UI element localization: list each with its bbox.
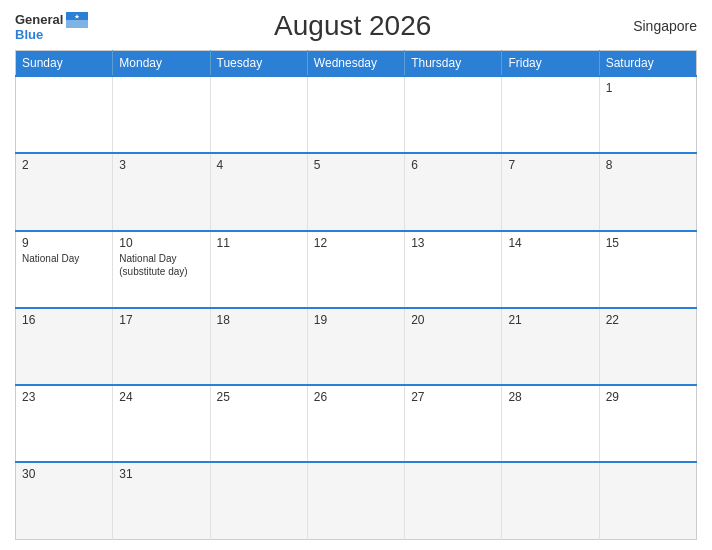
col-friday: Friday [502, 51, 599, 77]
calendar-cell: 25 [210, 385, 307, 462]
day-number: 26 [314, 390, 398, 404]
day-number: 20 [411, 313, 495, 327]
calendar-cell [307, 76, 404, 153]
calendar-cell: 4 [210, 153, 307, 230]
calendar-cell: 30 [16, 462, 113, 539]
calendar-cell: 28 [502, 385, 599, 462]
calendar-cell: 16 [16, 308, 113, 385]
calendar-week-row: 23242526272829 [16, 385, 697, 462]
day-number: 16 [22, 313, 106, 327]
page-header: General Blue August 2026 Singapore [15, 10, 697, 42]
day-number: 21 [508, 313, 592, 327]
calendar-week-row: 9National Day10National Day(substitute d… [16, 231, 697, 308]
day-number: 4 [217, 158, 301, 172]
calendar-cell: 8 [599, 153, 696, 230]
calendar-cell [210, 76, 307, 153]
calendar-cell: 9National Day [16, 231, 113, 308]
day-number: 7 [508, 158, 592, 172]
calendar-cell: 29 [599, 385, 696, 462]
calendar-cell [16, 76, 113, 153]
day-number: 24 [119, 390, 203, 404]
col-sunday: Sunday [16, 51, 113, 77]
calendar-cell: 14 [502, 231, 599, 308]
calendar-page: General Blue August 2026 Singapore Sunda… [0, 0, 712, 550]
calendar-cell: 20 [405, 308, 502, 385]
day-number: 12 [314, 236, 398, 250]
day-number: 9 [22, 236, 106, 250]
calendar-header-row: Sunday Monday Tuesday Wednesday Thursday… [16, 51, 697, 77]
calendar-cell [405, 462, 502, 539]
calendar-cell [405, 76, 502, 153]
calendar-cell [210, 462, 307, 539]
col-monday: Monday [113, 51, 210, 77]
day-number: 18 [217, 313, 301, 327]
calendar-cell: 18 [210, 308, 307, 385]
col-tuesday: Tuesday [210, 51, 307, 77]
calendar-cell [502, 462, 599, 539]
svg-rect-1 [66, 20, 88, 28]
day-number: 10 [119, 236, 203, 250]
calendar-cell: 26 [307, 385, 404, 462]
day-number: 22 [606, 313, 690, 327]
day-number: 13 [411, 236, 495, 250]
day-number: 2 [22, 158, 106, 172]
day-number: 17 [119, 313, 203, 327]
calendar-week-row: 16171819202122 [16, 308, 697, 385]
logo-general: General [15, 13, 63, 26]
day-number: 6 [411, 158, 495, 172]
logo: General Blue [15, 12, 88, 41]
calendar-cell: 12 [307, 231, 404, 308]
day-number: 30 [22, 467, 106, 481]
day-number: 5 [314, 158, 398, 172]
day-number: 1 [606, 81, 690, 95]
day-number: 19 [314, 313, 398, 327]
calendar-cell: 1 [599, 76, 696, 153]
calendar-week-row: 3031 [16, 462, 697, 539]
calendar-cell: 19 [307, 308, 404, 385]
day-number: 23 [22, 390, 106, 404]
calendar-cell: 11 [210, 231, 307, 308]
logo-blue: Blue [15, 28, 43, 41]
calendar-cell: 2 [16, 153, 113, 230]
col-wednesday: Wednesday [307, 51, 404, 77]
calendar-cell: 6 [405, 153, 502, 230]
day-number: 15 [606, 236, 690, 250]
day-number: 11 [217, 236, 301, 250]
calendar-cell: 13 [405, 231, 502, 308]
day-number: 25 [217, 390, 301, 404]
calendar-cell: 21 [502, 308, 599, 385]
calendar-event: National Day [22, 252, 106, 265]
country-label: Singapore [617, 18, 697, 34]
calendar-event: National Day [119, 252, 203, 265]
calendar-cell [502, 76, 599, 153]
col-thursday: Thursday [405, 51, 502, 77]
calendar-week-row: 1 [16, 76, 697, 153]
calendar-cell: 27 [405, 385, 502, 462]
logo-flag-icon [66, 12, 88, 28]
calendar-event: (substitute day) [119, 265, 203, 278]
day-number: 28 [508, 390, 592, 404]
calendar-table: Sunday Monday Tuesday Wednesday Thursday… [15, 50, 697, 540]
calendar-cell: 31 [113, 462, 210, 539]
col-saturday: Saturday [599, 51, 696, 77]
page-title: August 2026 [88, 10, 617, 42]
day-number: 3 [119, 158, 203, 172]
day-number: 8 [606, 158, 690, 172]
calendar-cell: 23 [16, 385, 113, 462]
calendar-cell [113, 76, 210, 153]
calendar-cell [307, 462, 404, 539]
calendar-cell: 15 [599, 231, 696, 308]
calendar-week-row: 2345678 [16, 153, 697, 230]
calendar-cell: 17 [113, 308, 210, 385]
calendar-cell: 10National Day(substitute day) [113, 231, 210, 308]
day-number: 29 [606, 390, 690, 404]
calendar-cell: 24 [113, 385, 210, 462]
day-number: 31 [119, 467, 203, 481]
calendar-cell: 3 [113, 153, 210, 230]
day-number: 27 [411, 390, 495, 404]
calendar-cell: 5 [307, 153, 404, 230]
calendar-cell: 7 [502, 153, 599, 230]
day-number: 14 [508, 236, 592, 250]
calendar-cell: 22 [599, 308, 696, 385]
calendar-cell [599, 462, 696, 539]
